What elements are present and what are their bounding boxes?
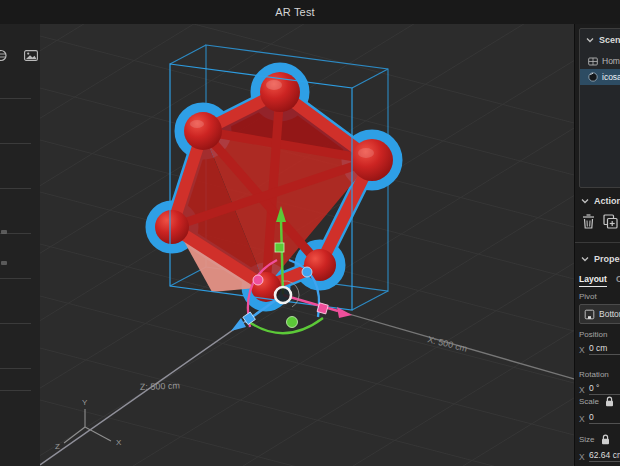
model-icosahedron[interactable]: [154, 71, 394, 303]
list-item-icon: [1, 261, 7, 265]
position-x-value[interactable]: 0 cm: [589, 343, 620, 355]
duplicate-button[interactable]: [603, 214, 618, 229]
divider: [0, 98, 31, 99]
tab-object[interactable]: Object: [616, 274, 620, 287]
scene-item-model[interactable]: icosahedron: [580, 69, 620, 85]
size-label: Size: [579, 435, 595, 444]
axis-label: X: [579, 414, 589, 424]
sphere-icon: [588, 72, 598, 82]
right-panel: Scene Home icosahedron: [574, 24, 620, 466]
divider: [0, 390, 31, 391]
divider: [0, 278, 31, 279]
scene-panel-title: Scene: [599, 35, 620, 45]
gizmo-x-scale-handle[interactable]: [317, 303, 328, 314]
gizmo-center-handle[interactable]: [275, 287, 291, 303]
divider: [0, 188, 31, 189]
pivot-bottom-icon: [584, 309, 595, 320]
left-asset-panel: [0, 24, 41, 466]
properties-tabs: Layout Object: [579, 274, 620, 287]
viewport-canvas[interactable]: X: 500 cm Z: 500 cm: [40, 24, 574, 466]
list-item-icon: [1, 230, 7, 234]
tab-layout[interactable]: Layout: [579, 274, 607, 287]
properties-title: Properties: [594, 254, 620, 264]
size-x-field[interactable]: X 62.64 cm: [579, 450, 620, 462]
orientation-triad: Y X Z: [55, 398, 122, 451]
properties-header[interactable]: Properties: [581, 254, 620, 264]
chevron-down-icon[interactable]: [581, 198, 589, 204]
chevron-down-icon[interactable]: [586, 37, 594, 43]
gizmo-z-rotate-handle[interactable]: [302, 267, 312, 277]
scale-lock-icon[interactable]: [605, 396, 614, 407]
position-x-field[interactable]: X 0 cm: [579, 343, 620, 355]
title-bar: AR Test: [0, 0, 620, 25]
scene-item-home[interactable]: Home: [580, 53, 620, 69]
3d-asset-icon[interactable]: [0, 49, 8, 62]
scene-item-label: icosahedron: [602, 72, 620, 82]
gizmo-y-rotate-handle[interactable]: [287, 317, 298, 328]
pivot-label: Pivot: [579, 292, 597, 301]
rotation-x-field[interactable]: X 0 °: [579, 383, 620, 395]
actions-title: Actions: [594, 196, 620, 206]
x-axis-label: X: 500 cm: [427, 334, 469, 354]
position-label: Position: [579, 330, 607, 339]
pivot-value: Bottom: [599, 309, 620, 319]
rotation-x-value[interactable]: 0 °: [589, 383, 620, 395]
gizmo-x-rotate-handle[interactable]: [253, 275, 263, 285]
rotation-label: Rotation: [579, 370, 609, 379]
pivot-dropdown[interactable]: Bottom: [579, 304, 620, 324]
z-axis-label: Z: 500 cm: [140, 381, 180, 392]
app-window: AR Test: [0, 0, 620, 466]
gizmo-rotate-y-ring[interactable]: [245, 318, 323, 333]
axis-label: X: [579, 345, 589, 355]
gizmo-y-scale-handle[interactable]: [275, 243, 284, 252]
triad-y-label: Y: [82, 398, 88, 407]
size-lock-icon[interactable]: [601, 434, 610, 445]
image-asset-icon[interactable]: [24, 50, 38, 61]
gizmo-z-scale-handle[interactable]: [243, 312, 256, 325]
chevron-down-icon[interactable]: [581, 256, 589, 262]
document-title: AR Test: [275, 6, 345, 18]
divider: [575, 242, 620, 243]
size-x-value[interactable]: 62.64 cm: [589, 450, 620, 462]
scale-label: Scale: [579, 397, 599, 406]
triad-z-label: Z: [55, 442, 60, 451]
divider: [0, 323, 31, 324]
scene-panel: Scene Home icosahedron: [579, 28, 620, 188]
scene-item-label: Home: [602, 56, 620, 66]
scale-x-value[interactable]: 0: [589, 412, 620, 424]
viewport[interactable]: X: 500 cm Z: 500 cm: [40, 24, 574, 466]
axis-label: X: [579, 452, 589, 462]
surface-grid-icon: [588, 57, 598, 66]
delete-button[interactable]: [582, 214, 595, 229]
divider: [0, 143, 31, 144]
divider: [0, 368, 31, 369]
triad-x-label: X: [116, 438, 122, 447]
gizmo-z-arrow[interactable]: [231, 318, 246, 331]
axis-label: X: [579, 385, 589, 395]
actions-header[interactable]: Actions: [581, 196, 620, 206]
scale-x-field[interactable]: X 0: [579, 412, 620, 424]
